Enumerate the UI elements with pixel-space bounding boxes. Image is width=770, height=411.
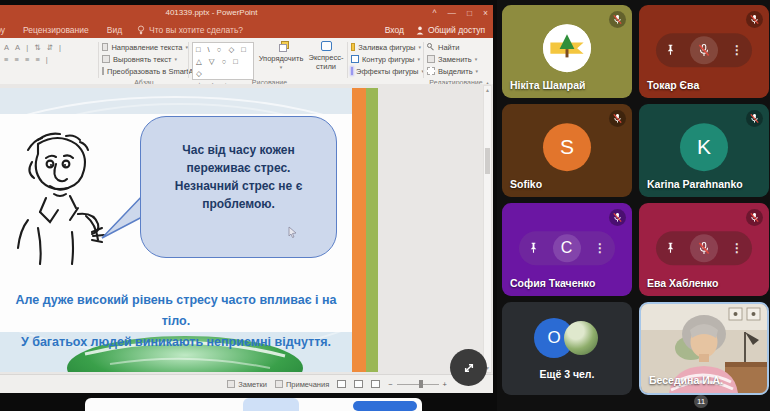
pin-icon[interactable]	[665, 43, 676, 56]
zoom-slider[interactable]: − +	[388, 380, 447, 389]
notes-icon	[227, 380, 235, 388]
muted-mic-icon	[746, 11, 763, 28]
participant-tile[interactable]: K Karina Parahnanko	[639, 104, 769, 197]
arrange-button[interactable]: Упорядочить ▾	[258, 41, 304, 72]
participant-count-badge[interactable]: 11	[694, 395, 708, 408]
tell-me-box[interactable]: Что вы хотите сделать?	[137, 25, 243, 35]
participant-tile[interactable]: Нікіта Шамрай	[502, 5, 632, 98]
find-label: Найти	[438, 43, 459, 52]
align-text-icon	[102, 55, 110, 63]
smartart-button[interactable]: Преобразовать в SmartArt	[102, 65, 188, 77]
account-area: Вход Общий доступ	[385, 25, 485, 35]
tab-review[interactable]: Рецензирование	[14, 25, 98, 35]
background-window-blue-button[interactable]	[353, 401, 417, 411]
close-icon[interactable]: ×	[483, 7, 488, 19]
ribbon: А А | ⇅ ⇵ | ≡ ≡ ≡ ≡ | Направление текста…	[0, 38, 493, 89]
more-options-icon[interactable]: ⋮	[731, 43, 743, 57]
slide-sorter-view-button[interactable]	[354, 380, 363, 388]
shape-fill-label: Заливка фигуры	[358, 43, 415, 52]
participant-tile[interactable]: S Sofiko	[502, 104, 632, 197]
speech-bubble[interactable]: Час від часу кожен переживає стрес. Незн…	[140, 116, 337, 258]
shape-format-group: Заливка фигуры ▾ Контур фигуры ▾ Эффекты…	[351, 41, 421, 77]
caret-icon: ▾	[280, 63, 283, 72]
shape-effects-icon	[351, 67, 353, 75]
shape-effects-button[interactable]: Эффекты фигуры ▾	[351, 65, 421, 77]
ribbon-display-options-icon[interactable]: ^	[432, 7, 436, 19]
titlebar: 401339.pptx - PowerPoint ^ — □ ×	[0, 5, 493, 22]
shape-outline-icon	[351, 55, 359, 63]
self-video-tile[interactable]: Беседина И.А.	[639, 302, 769, 395]
muted-mic-icon	[609, 209, 626, 226]
select-button[interactable]: Выделить ▾	[427, 65, 489, 77]
slide-green-stripe	[366, 88, 378, 372]
pin-icon[interactable]	[665, 241, 676, 254]
screen-share-region: 401339.pptx - PowerPoint ^ — □ × Слайд-ш…	[0, 0, 497, 411]
background-window-edge[interactable]	[85, 398, 422, 411]
text-direction-icon	[102, 43, 108, 51]
muted-mic-icon	[609, 110, 626, 127]
more-options-icon[interactable]: ⋮	[731, 241, 743, 255]
participant-tile[interactable]: C ⋮ София Ткаченко	[502, 203, 632, 296]
scrollbar-thumb[interactable]	[485, 148, 490, 174]
window-title: 401339.pptx - PowerPoint	[0, 8, 423, 17]
shape-outline-button[interactable]: Контур фигуры ▾	[351, 53, 421, 65]
slide[interactable]: Час від часу кожен переживає стрес. Незн…	[0, 88, 378, 372]
maximize-icon[interactable]: □	[467, 7, 472, 19]
tab-slideshow[interactable]: Слайд-шоу	[0, 25, 14, 35]
caret-icon: ▾	[476, 68, 479, 74]
tile-hover-controls: C ⋮	[519, 231, 615, 265]
replace-button[interactable]: Заменить ▾	[427, 53, 489, 65]
text-direction-button[interactable]: Направление текста ▾	[102, 41, 188, 53]
participant-name: Нікіта Шамрай	[510, 79, 585, 91]
bubble-line: Час від часу кожен	[141, 141, 336, 159]
overflow-participants-tile[interactable]: O Ещё 3 чел.	[502, 302, 632, 395]
font-buttons[interactable]: А А | ⇅ ⇵ |	[4, 43, 63, 52]
align-text-label: Выровнять текст	[113, 55, 171, 64]
quick-styles-button[interactable]: Экспресс- стили	[303, 41, 349, 71]
screenshot-root: 401339.pptx - PowerPoint ^ — □ × Слайд-ш…	[0, 0, 770, 411]
avatar-image	[543, 24, 591, 72]
ribbon-separator	[188, 42, 189, 78]
quick-styles-label: стили	[316, 62, 336, 71]
zoom-slider-track[interactable]	[397, 384, 439, 385]
find-button[interactable]: Найти	[427, 41, 489, 53]
ribbon-separator	[423, 42, 424, 78]
shape-fill-icon	[351, 43, 355, 51]
caption-line: Але дуже високий рівень стресу часто впл…	[0, 290, 352, 332]
tab-view[interactable]: Вид	[98, 25, 131, 35]
expand-fullscreen-button[interactable]	[450, 349, 487, 386]
bubble-line: Незначний стрес не є	[141, 177, 336, 195]
text-direction-label: Направление текста	[111, 43, 182, 52]
quick-styles-icon	[321, 41, 332, 51]
bubble-line: проблемою.	[141, 195, 336, 213]
reading-view-button[interactable]	[371, 380, 380, 388]
zoom-out-icon[interactable]: −	[388, 380, 392, 389]
more-options-icon[interactable]: ⋮	[594, 241, 606, 255]
muted-mic-icon	[746, 110, 763, 127]
participant-tile[interactable]: ⋮ Токар Єва	[639, 5, 769, 98]
align-text-button[interactable]: Выровнять текст ▾	[102, 53, 188, 65]
muted-mic-icon	[690, 36, 718, 64]
signin-button[interactable]: Вход	[385, 25, 404, 35]
background-window-tab[interactable]	[243, 398, 299, 411]
comments-button[interactable]: Примечания	[275, 380, 329, 389]
shapes-gallery-box[interactable]: □ \ ○ ◇ □ △ ▽ ○ □ ◇ ☆ ◇ △ ○ □	[192, 42, 254, 80]
normal-view-button[interactable]	[337, 380, 346, 388]
lightbulb-icon	[137, 25, 145, 35]
zoom-slider-knob[interactable]	[419, 380, 423, 388]
pin-icon[interactable]	[528, 241, 539, 254]
alignment-buttons[interactable]: ≡ ≡ ≡ ≡ |	[4, 55, 50, 64]
caption-line: У багатьох людей виникають неприємні від…	[0, 332, 352, 353]
overflow-group: O Ещё 3 чел.	[502, 318, 632, 380]
notes-button[interactable]: Заметки	[227, 380, 267, 389]
zoom-in-icon[interactable]: +	[443, 380, 447, 389]
shape-fill-button[interactable]: Заливка фигуры ▾	[351, 41, 421, 53]
scroll-up-icon[interactable]: ▲	[484, 87, 491, 93]
vertical-scrollbar[interactable]: ▲ ▼	[483, 85, 492, 373]
minimize-icon[interactable]: —	[447, 7, 456, 19]
avatar-photo	[564, 321, 598, 355]
editing-group: Найти Заменить ▾ Выделить ▾	[427, 41, 489, 77]
search-icon	[427, 43, 435, 51]
share-button[interactable]: Общий доступ	[416, 25, 485, 35]
participant-tile[interactable]: ⋮ Ева Хабленко	[639, 203, 769, 296]
